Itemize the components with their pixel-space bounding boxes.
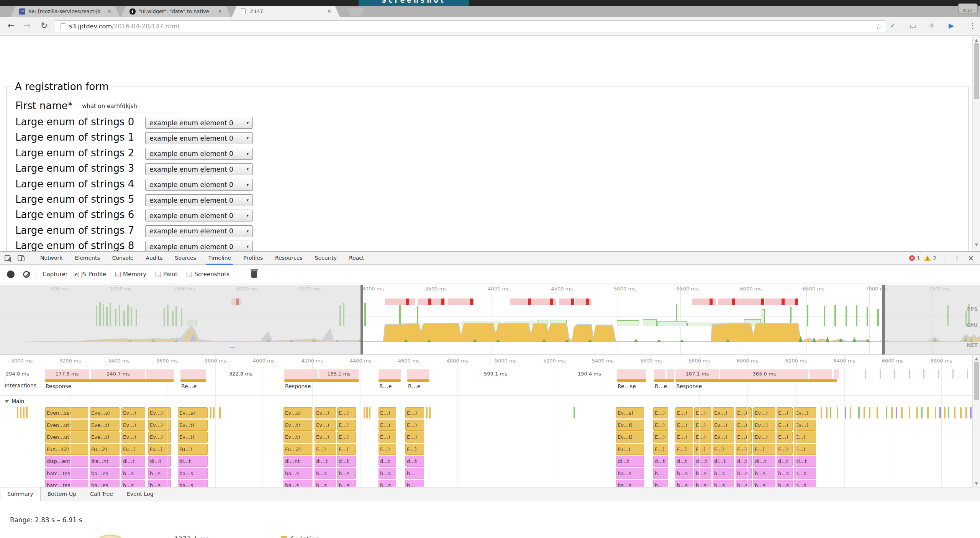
flame-bar[interactable]: E…) (736, 420, 752, 431)
flame-bar[interactable]: Ev…t) (178, 431, 208, 443)
flame-bar[interactable]: b…s (794, 468, 816, 479)
flame-bar[interactable]: ba…es (90, 468, 120, 479)
flame-bar[interactable]: batc…tes (45, 468, 88, 479)
flame-bar[interactable]: b…s (694, 468, 711, 479)
bottom-tab-event-log[interactable]: Event Log (120, 487, 161, 501)
enum-select[interactable]: example enum element 0▾ (145, 179, 253, 191)
flame-bar[interactable]: b…s (315, 480, 336, 487)
flame-bar[interactable]: F…) (653, 444, 668, 455)
flame-bar[interactable]: Ev…) (148, 431, 171, 443)
flame-bar[interactable]: ba…s (616, 468, 644, 479)
flame-bar[interactable]: Ev…) (753, 420, 775, 431)
flame-bar[interactable]: E…) (653, 431, 668, 443)
flame-bar[interactable]: E…) (675, 420, 693, 431)
flame-bar[interactable]: E…) (675, 407, 693, 418)
device-toolbar-icon[interactable] (18, 254, 26, 262)
flame-bar[interactable]: ba…s (178, 468, 208, 479)
flame-bar[interactable]: d…t (337, 456, 356, 467)
flame-bar[interactable]: E…) (379, 431, 396, 443)
validator-check-icon[interactable]: ✓ (890, 21, 895, 30)
new-tab-button[interactable] (347, 8, 364, 16)
record-button[interactable] (7, 271, 15, 278)
capture-option-js-profile[interactable]: ✔JS Profile (74, 271, 106, 278)
flame-bar[interactable]: Ev…) (148, 407, 171, 418)
tab-sources[interactable]: Sources (169, 252, 202, 265)
flame-bar[interactable]: d…t (653, 456, 668, 467)
flame-bar[interactable]: Ev…) (794, 407, 816, 418)
warning-badge-icon[interactable]: ! (924, 255, 931, 261)
flame-bar[interactable]: F…) (694, 444, 711, 455)
flame-bar[interactable]: Ev…t) (178, 420, 208, 431)
flame-bar[interactable]: di…t (753, 456, 775, 467)
flame-scrollbar[interactable]: ▲ ▼ (972, 355, 980, 487)
tab-timeline[interactable]: Timeline (202, 252, 238, 265)
flame-bar[interactable]: E…) (405, 420, 424, 431)
browser-tab[interactable]: #147✕ (232, 6, 340, 17)
flame-bar[interactable]: b…s (337, 480, 356, 487)
address-bar[interactable]: s3.jptdev.com/2016-04-20/147.html ☆ (54, 20, 886, 32)
flame-bar[interactable]: Eve…t) (90, 431, 120, 443)
menu-dots-icon[interactable]: ⋮ (969, 21, 976, 30)
flame-bar[interactable]: Fun…42) (45, 444, 88, 455)
timeline-overview[interactable]: 500 ms1000 ms1500 ms2000 ms2500 ms3000 m… (0, 285, 980, 355)
flame-bar[interactable]: Fu…) (178, 444, 208, 455)
flame-bar[interactable]: b…s (794, 480, 816, 487)
flame-bar[interactable]: b…s (753, 468, 775, 479)
flame-bar[interactable]: E…) (337, 420, 356, 431)
flame-bar[interactable]: E…) (653, 407, 668, 418)
flame-bar[interactable]: F…) (794, 444, 816, 455)
flame-bar[interactable]: d…t (777, 456, 793, 467)
window-icon[interactable]: ▭ (910, 21, 916, 30)
flame-bar[interactable]: E…) (694, 431, 711, 443)
flame-bar[interactable]: Even…ss) (45, 407, 88, 418)
flame-bar[interactable]: E…) (736, 407, 752, 418)
scroll-up-icon[interactable]: ▲ (973, 38, 980, 42)
flame-bar[interactable]: Even…ut) (45, 431, 88, 443)
flame-bar[interactable]: Fu…2) (90, 444, 120, 455)
tab-security[interactable]: Security (309, 252, 343, 265)
tab-audits[interactable]: Audits (139, 252, 169, 265)
capture-option-screenshots[interactable]: Screenshots (187, 271, 229, 278)
flame-bar[interactable]: ba…es (90, 480, 120, 487)
flame-bar[interactable]: Eve…s) (90, 407, 120, 418)
devtools-close-icon[interactable]: ✕ (968, 254, 974, 262)
window-control-pill[interactable]: Kan (958, 3, 978, 13)
flame-bar[interactable]: b…s (694, 480, 711, 487)
flame-bar[interactable]: E…) (794, 431, 816, 443)
flame-bar[interactable]: E…) (337, 407, 356, 418)
flame-bar[interactable]: Ev…t) (616, 431, 644, 443)
flame-bar[interactable]: E…) (379, 407, 396, 418)
flame-bar[interactable]: b… (405, 468, 424, 479)
selection-handle-right[interactable] (882, 285, 885, 355)
forward-icon[interactable]: → (21, 21, 33, 30)
flame-bar[interactable]: b…s (753, 480, 775, 487)
tab-resources[interactable]: Resources (269, 252, 309, 265)
checkbox-icon[interactable] (187, 272, 192, 277)
flame-bar[interactable]: E…) (653, 420, 668, 431)
flame-bar[interactable]: Fu…) (121, 444, 145, 455)
flame-bar[interactable]: b…s (315, 468, 336, 479)
flame-bar[interactable]: d…t (675, 456, 693, 467)
enum-select[interactable]: example enum element 0▾ (145, 148, 253, 160)
flame-bar[interactable]: b…s (736, 468, 752, 479)
flame-bar[interactable]: F…) (315, 444, 336, 455)
tab-react[interactable]: React (343, 252, 370, 265)
flame-bar[interactable]: Fu…) (148, 444, 171, 455)
flame-bar[interactable]: ba…s (284, 480, 313, 487)
flame-bar[interactable]: di…t (694, 456, 711, 467)
main-flame-chart[interactable]: Main Even…ss)Even…ut)Even…ut)Fun…42)disp… (0, 396, 980, 487)
flame-bar[interactable]: Ev…t) (284, 431, 313, 443)
flame-bar[interactable]: Ev…s) (178, 407, 208, 418)
flame-bar[interactable]: F…) (713, 444, 734, 455)
devtools-menu-icon[interactable]: ⋮ (954, 254, 960, 262)
flame-bar[interactable]: dis…nt (90, 456, 120, 467)
flame-bar[interactable]: Ev…) (148, 420, 171, 431)
flame-bar[interactable]: E…) (777, 407, 793, 418)
flame-bar[interactable]: b…s (713, 468, 734, 479)
bookmark-star-icon[interactable]: ☆ (875, 22, 882, 31)
flame-bar[interactable]: ba…s (616, 480, 644, 487)
flame-bar[interactable]: E…) (405, 407, 424, 418)
flame-bar[interactable]: F…) (337, 444, 356, 455)
tab-close-icon[interactable]: ✕ (218, 8, 222, 14)
flame-bar[interactable]: Ev…) (121, 420, 145, 431)
